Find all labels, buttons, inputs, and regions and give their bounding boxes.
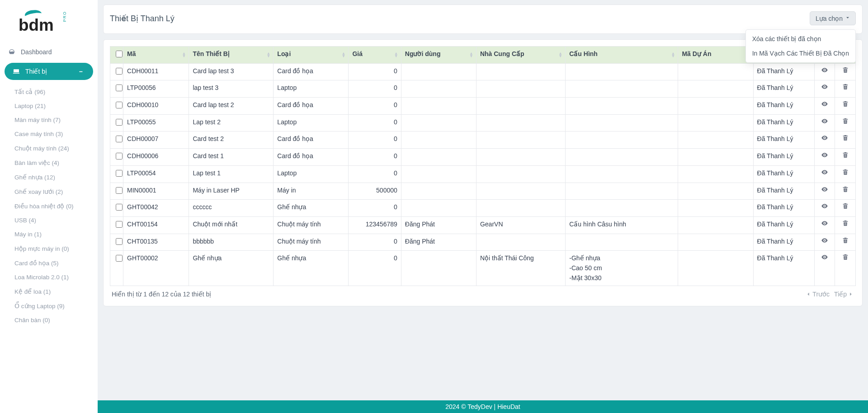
category-item[interactable]: Ghế xoay lưới (2) xyxy=(0,184,98,199)
header-select-all[interactable] xyxy=(110,47,123,64)
row-select-cell[interactable] xyxy=(110,114,123,131)
header-user[interactable]: Người dùng▲▼ xyxy=(401,47,476,64)
row-checkbox[interactable] xyxy=(116,102,123,108)
row-select-cell[interactable] xyxy=(110,131,123,149)
view-icon[interactable] xyxy=(821,83,828,90)
row-checkbox[interactable] xyxy=(116,84,123,91)
category-item[interactable]: Bàn làm việc (4) xyxy=(0,155,98,170)
main-nav: Dashboard Thiết bị – Tất cả (96)Laptop (… xyxy=(0,42,98,341)
cell-type: Laptop xyxy=(274,165,349,183)
row-select-cell[interactable] xyxy=(110,234,123,251)
row-select-cell[interactable] xyxy=(110,200,123,217)
header-price[interactable]: Giá▲▼ xyxy=(349,47,401,64)
category-item[interactable]: Máy in (1) xyxy=(0,227,98,241)
row-checkbox[interactable] xyxy=(116,238,123,245)
nav-thiet-bi[interactable]: Thiết bị – xyxy=(5,63,93,80)
header-vendor[interactable]: Nhà Cung Cấp▲▼ xyxy=(476,47,565,64)
category-item[interactable]: Chân bàn (0) xyxy=(0,313,98,327)
cell-code: MIN00001 xyxy=(123,183,189,200)
view-icon[interactable] xyxy=(821,66,828,74)
cell-vendor xyxy=(476,165,565,183)
view-icon[interactable] xyxy=(821,169,828,176)
trash-icon[interactable] xyxy=(842,134,849,141)
trash-icon[interactable] xyxy=(842,237,849,244)
row-select-cell[interactable] xyxy=(110,183,123,200)
pager-next[interactable]: Tiếp xyxy=(834,291,854,298)
brand-logo: bdm PRO xyxy=(0,0,98,42)
category-item[interactable]: Kệ để loa (1) xyxy=(0,284,98,299)
header-name[interactable]: Tên Thiết Bị▲▼ xyxy=(189,47,274,64)
trash-icon[interactable] xyxy=(842,83,849,90)
trash-icon[interactable] xyxy=(842,220,849,227)
trash-icon[interactable] xyxy=(842,253,849,261)
cell-code: CHT00135 xyxy=(123,234,189,251)
category-item[interactable]: USB (4) xyxy=(0,213,98,227)
category-item[interactable]: Ghế nhựa (12) xyxy=(0,170,98,184)
view-icon[interactable] xyxy=(821,202,828,210)
category-item[interactable]: Card đồ họa (5) xyxy=(0,256,98,270)
cell-config xyxy=(566,234,678,251)
view-icon[interactable] xyxy=(821,117,828,125)
cell-status: Đã Thanh Lý xyxy=(753,183,814,200)
cell-name: Card test 2 xyxy=(189,131,274,149)
cell-name: Card test 1 xyxy=(189,149,274,166)
view-icon[interactable] xyxy=(821,151,828,159)
row-checkbox[interactable] xyxy=(116,153,123,160)
trash-icon[interactable] xyxy=(842,202,849,210)
category-item[interactable]: Case máy tính (3) xyxy=(0,127,98,141)
trash-icon[interactable] xyxy=(842,66,849,74)
row-checkbox[interactable] xyxy=(116,68,123,75)
trash-icon[interactable] xyxy=(842,117,849,125)
row-checkbox[interactable] xyxy=(116,136,123,142)
cell-name: Chuột mới nhất xyxy=(189,216,274,234)
view-icon[interactable] xyxy=(821,134,828,141)
trash-icon[interactable] xyxy=(842,100,849,108)
category-item[interactable]: Màn máy tính (7) xyxy=(0,113,98,127)
category-item[interactable]: Điều hòa nhiệt độ (0) xyxy=(0,199,98,213)
nav-dashboard[interactable]: Dashboard xyxy=(0,44,98,60)
category-item[interactable]: Tất cả (96) xyxy=(0,84,98,99)
cell-status: Đã Thanh Lý xyxy=(753,114,814,131)
header-code[interactable]: Mã▲▼ xyxy=(123,47,189,64)
category-item[interactable]: Ổ cứng Laptop (9) xyxy=(0,299,98,313)
row-checkbox[interactable] xyxy=(116,221,123,228)
row-checkbox[interactable] xyxy=(116,255,123,262)
view-icon[interactable] xyxy=(821,237,828,244)
trash-icon[interactable] xyxy=(842,186,849,193)
row-select-cell[interactable] xyxy=(110,149,123,166)
row-select-cell[interactable] xyxy=(110,80,123,98)
row-checkbox[interactable] xyxy=(116,187,123,194)
view-icon[interactable] xyxy=(821,186,828,193)
svg-text:bdm: bdm xyxy=(19,16,54,34)
row-select-cell[interactable] xyxy=(110,63,123,80)
view-icon[interactable] xyxy=(821,100,828,108)
trash-icon[interactable] xyxy=(842,169,849,176)
row-select-cell[interactable] xyxy=(110,216,123,234)
menu-print-barcode[interactable]: In Mã Vạch Các Thiết Bị Đã Chọn xyxy=(746,46,855,61)
category-item[interactable]: Laptop (21) xyxy=(0,99,98,113)
cell-type: Ghế nhựa xyxy=(274,200,349,217)
header-project[interactable]: Mã Dự Án▲▼ xyxy=(678,47,753,64)
chevron-left-icon xyxy=(805,291,811,297)
row-checkbox[interactable] xyxy=(116,119,123,126)
category-item[interactable]: Loa Microlab 2.0 (1) xyxy=(0,270,98,284)
header-type[interactable]: Loại▲▼ xyxy=(274,47,349,64)
cell-price: 0 xyxy=(349,98,401,115)
category-item[interactable]: Chuột máy tính (24) xyxy=(0,141,98,155)
row-select-cell[interactable] xyxy=(110,165,123,183)
trash-icon[interactable] xyxy=(842,151,849,159)
select-dropdown-button[interactable]: Lựa chọn xyxy=(810,11,856,25)
cell-project xyxy=(678,63,753,80)
view-icon[interactable] xyxy=(821,253,828,261)
chevron-down-icon xyxy=(844,14,851,22)
row-select-cell[interactable] xyxy=(110,251,123,286)
row-select-cell[interactable] xyxy=(110,98,123,115)
row-checkbox[interactable] xyxy=(116,170,123,177)
select-all-checkbox[interactable] xyxy=(116,51,123,57)
view-icon[interactable] xyxy=(821,220,828,227)
row-checkbox[interactable] xyxy=(116,204,123,211)
menu-delete-selected[interactable]: Xóa các thiết bị đã chọn xyxy=(746,32,855,46)
category-item[interactable]: Hộp mực máy in (0) xyxy=(0,241,98,256)
pager-prev[interactable]: Trước xyxy=(805,291,830,298)
header-config[interactable]: Cấu Hình▲▼ xyxy=(566,47,678,64)
